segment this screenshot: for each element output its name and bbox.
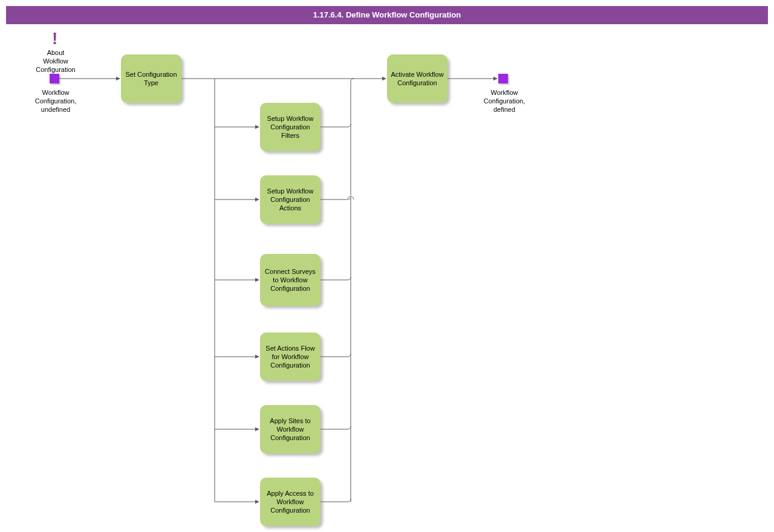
diagram-canvas: 1.17.6.4. Define Workflow Configuration … <box>0 0 774 532</box>
diagram-edges <box>0 0 774 532</box>
